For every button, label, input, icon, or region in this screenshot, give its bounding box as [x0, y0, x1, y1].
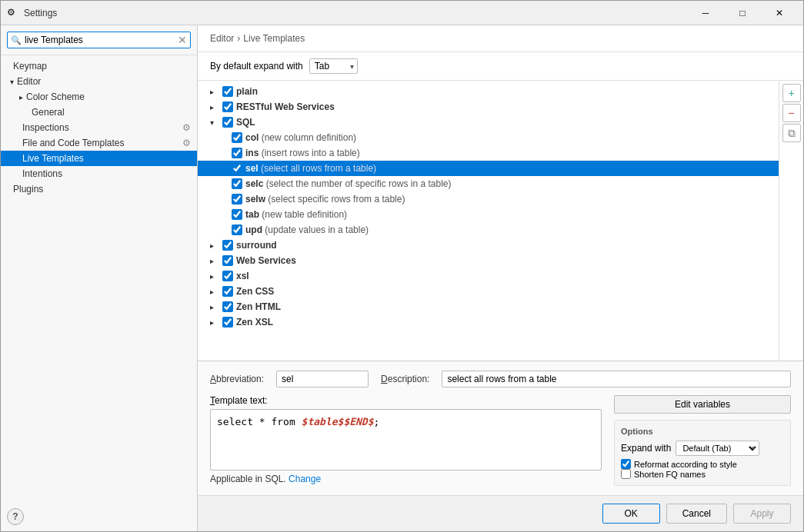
expand-with-label: Expand with [621, 443, 671, 454]
plugins-label: Plugins [13, 184, 43, 195]
search-input[interactable] [25, 35, 178, 45]
code-editor[interactable]: select * from $table$$END$; [210, 409, 602, 470]
tab-checkbox[interactable] [232, 209, 242, 220]
breadcrumb-editor: Editor [210, 33, 234, 44]
main-content: Editor › Live Templates By default expan… [198, 25, 803, 531]
ins-desc: (insert rows into a table) [259, 148, 359, 158]
reformat-checkbox[interactable] [621, 459, 631, 469]
col-desc: (new column definition) [259, 132, 356, 143]
sidebar-item-general[interactable]: General [1, 105, 197, 120]
breadcrumb-separator: › [237, 33, 240, 44]
template-item-tab[interactable]: tab (new table definition) [198, 207, 779, 222]
color-scheme-label: Color Scheme [26, 91, 85, 102]
edit-variables-button[interactable]: Edit variables [614, 395, 791, 414]
sidebar-item-file-code-templates[interactable]: File and Code Templates ⚙ [1, 135, 197, 151]
selc-name: selc [245, 178, 263, 189]
template-item-upd[interactable]: upd (update values in a table) [198, 222, 779, 238]
tree-buttons: + − ⧉ [779, 81, 803, 361]
template-item-zen-html[interactable]: ▸ Zen HTML [198, 299, 779, 314]
expand-select[interactable]: Tab Enter Space [309, 58, 358, 74]
dialog-buttons: OK Cancel Apply [198, 495, 803, 531]
template-item-web-services[interactable]: ▸ Web Services [198, 253, 779, 268]
sidebar-item-live-templates[interactable]: Live Templates [1, 151, 197, 166]
restful-name: RESTful Web Services [236, 101, 335, 112]
template-item-ins[interactable]: ins (insert rows into a table) [198, 145, 779, 161]
description-underline-char: D [381, 374, 388, 384]
expand-with-select[interactable]: Default (Tab) Tab Enter Space [676, 441, 759, 456]
template-item-surround[interactable]: ▸ surround [198, 238, 779, 253]
sidebar-tree: Keymap ▾ Editor ▸ Color Scheme General I… [1, 55, 197, 508]
shorten-checkbox[interactable] [621, 469, 631, 479]
upd-checkbox[interactable] [232, 224, 242, 235]
file-code-templates-label: File and Code Templates [22, 138, 125, 148]
cancel-button[interactable]: Cancel [666, 504, 727, 524]
code-select-keyword: select [217, 416, 253, 427]
template-item-xsl[interactable]: ▸ xsl [198, 268, 779, 284]
abbreviation-input[interactable] [276, 371, 369, 387]
template-item-zen-css[interactable]: ▸ Zen CSS [198, 284, 779, 299]
tab-desc: (new table definition) [259, 209, 347, 220]
template-item-selc[interactable]: selc (select the number of specific rows… [198, 176, 779, 191]
editor-chevron: ▾ [10, 78, 14, 86]
col-name: col [245, 132, 259, 143]
template-item-selw[interactable]: selw (select specific rows from a table) [198, 191, 779, 207]
reformat-row: Reformat according to style [621, 459, 784, 469]
template-item-sel[interactable]: sel (select all rows from a table) [198, 161, 779, 176]
help-button[interactable]: ? [7, 508, 24, 525]
apply-button[interactable]: Apply [733, 504, 791, 524]
template-item-plain[interactable]: ▸ plain [198, 84, 779, 99]
surround-checkbox[interactable] [222, 240, 233, 251]
sidebar-item-intentions[interactable]: Intentions [1, 166, 197, 181]
sidebar-item-color-scheme[interactable]: ▸ Color Scheme [1, 89, 197, 105]
zen-xsl-checkbox[interactable] [222, 317, 233, 328]
template-item-zen-xsl[interactable]: ▸ Zen XSL [198, 314, 779, 330]
sidebar-item-inspections[interactable]: Inspections ⚙ [1, 120, 197, 135]
add-template-button[interactable]: + [782, 84, 801, 102]
abbreviation-label: Abbreviation: [210, 374, 264, 384]
sel-checkbox[interactable] [232, 163, 242, 174]
restful-checkbox[interactable] [222, 101, 233, 112]
selc-checkbox[interactable] [232, 178, 242, 189]
ins-checkbox[interactable] [232, 148, 242, 158]
upd-desc: (update values in a table) [262, 224, 369, 235]
sql-checkbox[interactable] [222, 117, 233, 128]
xsl-checkbox[interactable] [222, 271, 233, 281]
sidebar-item-plugins[interactable]: Plugins [1, 181, 197, 197]
title-bar: ⚙ Settings ─ □ ✕ [1, 1, 803, 25]
zen-xsl-name: Zen XSL [236, 317, 273, 328]
tab-name: tab [245, 209, 259, 220]
template-item-col[interactable]: col (new column definition) [198, 130, 779, 145]
remove-template-button[interactable]: − [782, 104, 801, 122]
detail-area: Abbreviation: Description: Template text… [198, 361, 803, 495]
upd-name: upd [245, 224, 262, 235]
search-clear-icon[interactable]: ✕ [178, 34, 187, 46]
plain-checkbox[interactable] [222, 86, 233, 97]
col-checkbox[interactable] [232, 132, 242, 143]
search-box: 🔍 ✕ [1, 25, 197, 55]
sidebar-item-keymap[interactable]: Keymap [1, 58, 197, 74]
maximize-button[interactable]: □ [725, 2, 760, 25]
selw-name: selw [245, 194, 265, 204]
template-item-sql[interactable]: ▾ SQL [198, 115, 779, 130]
description-label: Description: [381, 374, 429, 384]
sidebar-item-editor[interactable]: ▾ Editor [1, 74, 197, 89]
web-services-checkbox[interactable] [222, 255, 233, 266]
applicable-change-link[interactable]: Change [289, 474, 321, 484]
template-item-restful[interactable]: ▸ RESTful Web Services [198, 99, 779, 115]
color-scheme-chevron: ▸ [19, 93, 23, 101]
inspections-label: Inspections [22, 122, 69, 133]
close-button[interactable]: ✕ [762, 2, 797, 25]
code-end-var: $END$ [343, 416, 373, 427]
description-input[interactable] [442, 371, 791, 387]
inspections-gear-icon: ⚙ [182, 122, 191, 133]
web-services-chevron: ▸ [210, 257, 219, 265]
selw-checkbox[interactable] [232, 194, 242, 204]
ok-button[interactable]: OK [602, 504, 660, 524]
zen-css-checkbox[interactable] [222, 286, 233, 297]
minimize-button[interactable]: ─ [688, 2, 723, 25]
expand-select-wrap: Tab Enter Space [309, 58, 358, 74]
copy-template-button[interactable]: ⧉ [782, 124, 801, 142]
zen-html-checkbox[interactable] [222, 301, 233, 312]
templates-area: ▸ plain ▸ RESTful Web Services ▾ [198, 81, 803, 361]
template-text-area: Template text: select * from $table$$END… [210, 395, 791, 486]
